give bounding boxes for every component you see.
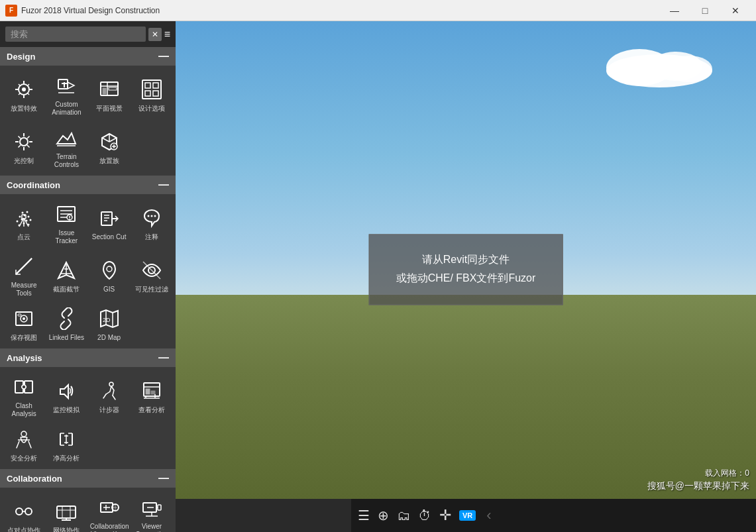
- search-menu-button[interactable]: ≡: [164, 28, 170, 40]
- close-button[interactable]: ✕: [720, 0, 751, 21]
- toolbar-folder-icon[interactable]: 🗂: [397, 508, 410, 523]
- tool-2d-map[interactable]: 2D 2D Map: [88, 301, 131, 346]
- toolbar-list-icon[interactable]: ☰: [358, 507, 370, 523]
- toolbar-move-icon[interactable]: ✛: [439, 507, 451, 524]
- tool-jing-gao-fen-xi[interactable]: 净高分析: [45, 422, 87, 466]
- tool-dian-yun[interactable]: 点云: [3, 197, 45, 249]
- tool-viewer-gen[interactable]: Viewer Generation: [131, 490, 173, 532]
- ke-jian-xing-label: 可见性过滤: [135, 286, 168, 293]
- gis-label: GIS: [103, 286, 115, 293]
- search-input[interactable]: [5, 27, 146, 42]
- bao-cun-shi-tu-icon: [11, 305, 37, 332]
- zhu-shi-icon: [138, 205, 165, 231]
- center-dialog: 请从Revit同步文件 或拖动CHE/ FBX文件到Fuzor: [369, 234, 563, 305]
- svg-point-38: [70, 219, 71, 220]
- tool-fangzhong-texiao[interactable]: 放置特效: [3, 68, 45, 121]
- terrain-controls-icon: [53, 125, 80, 151]
- collaboration-section-label: Collaboration: [7, 474, 62, 484]
- search-clear-button[interactable]: ✕: [148, 28, 162, 41]
- jian-kong-mo-ni-label: 监控模拟: [53, 406, 80, 414]
- analysis-collapse-icon[interactable]: —: [158, 352, 169, 364]
- maximize-button[interactable]: □: [690, 0, 720, 21]
- toolbar-nav-icon[interactable]: ⊕: [378, 507, 389, 523]
- tool-dian-dui-dian[interactable]: 点对点协作: [3, 490, 45, 532]
- measure-tools-icon: [11, 253, 37, 280]
- tool-cha-kan-fen-xi[interactable]: 查看分析: [131, 370, 173, 422]
- svg-point-72: [21, 431, 27, 437]
- tool-guangkong-zhi[interactable]: 光控制: [3, 121, 45, 173]
- an-quan-fen-xi-label: 安全分析: [11, 454, 37, 462]
- tool-gis[interactable]: GIS: [88, 249, 131, 301]
- cloud-1: [573, 41, 706, 81]
- tool-issue-tracker[interactable]: Issue Tracker: [45, 197, 87, 249]
- tool-collab-viewer[interactable]: Collaboration Viewer Keys: [88, 490, 131, 532]
- dian-dui-dian-icon: [11, 498, 37, 525]
- design-collapse-icon[interactable]: —: [158, 50, 169, 62]
- svg-rect-67: [146, 389, 150, 394]
- an-quan-fen-xi-icon: [11, 426, 37, 452]
- collab-viewer-label: Collaboration Viewer Keys: [90, 523, 129, 532]
- dian-yun-label: 点云: [17, 233, 30, 241]
- dialog-line2: 或拖动CHE/ FBX文件到Fuzor: [396, 270, 536, 289]
- collaboration-tools-grid: 点对点协作 网络协作: [0, 488, 176, 532]
- analysis-tools-grid: Clash Analysis 监控模拟: [0, 367, 176, 469]
- svg-point-26: [28, 216, 30, 218]
- tool-measure-tools[interactable]: Measure Tools: [3, 249, 45, 301]
- main-area: ✕ ≡ Design — 放置特效: [0, 21, 756, 532]
- watermark-top: 载入网格：0: [647, 468, 749, 479]
- svg-line-50: [28, 260, 30, 262]
- pingmian-shitu-label: 平面视景: [96, 105, 123, 113]
- tool-ke-jian-xing[interactable]: 可见性过滤: [131, 249, 173, 301]
- svg-point-56: [23, 317, 25, 320]
- custom-animation-icon: [53, 72, 80, 99]
- 2d-map-icon: 2D: [96, 305, 123, 332]
- tool-an-quan-fen-xi[interactable]: 安全分析: [3, 422, 45, 466]
- tool-clash-analysis[interactable]: Clash Analysis: [3, 370, 45, 422]
- coordination-collapse-icon[interactable]: —: [158, 179, 169, 191]
- tool-sheji-xuanxiang[interactable]: 设计选项: [131, 68, 173, 121]
- design-section-header[interactable]: Design —: [0, 47, 176, 66]
- design-section-label: Design: [7, 52, 35, 62]
- toolbar-clock-icon[interactable]: ⏱: [418, 508, 431, 523]
- tool-zhu-shi[interactable]: 注释: [131, 197, 173, 249]
- tool-fang-zu[interactable]: 放置族: [88, 121, 131, 173]
- tool-linked-files[interactable]: Linked Files: [45, 301, 87, 346]
- terrain-controls-label: Terrain Controls: [47, 153, 85, 169]
- collaboration-section-header[interactable]: Collaboration —: [0, 469, 176, 488]
- section-cut-label: Section Cut: [92, 233, 127, 241]
- toolbar-vr-badge[interactable]: VR: [459, 510, 476, 521]
- ji-bu-qi-label: 计步器: [99, 406, 119, 414]
- svg-rect-10: [145, 83, 150, 88]
- tool-pingmian-shitu[interactable]: 平面视景: [88, 68, 131, 121]
- svg-point-14: [20, 138, 28, 146]
- tool-wang-luo-xie-zuo[interactable]: 网络协作: [45, 490, 87, 532]
- svg-line-49: [24, 264, 26, 266]
- jie-mian-label: 截面截节: [53, 286, 80, 293]
- analysis-section-header[interactable]: Analysis —: [0, 348, 176, 367]
- tool-bao-cun-shi-tu[interactable]: 保存视图: [3, 301, 45, 346]
- collab-viewer-icon: [96, 494, 123, 521]
- search-bar: ✕ ≡: [0, 21, 176, 47]
- clash-analysis-icon: [11, 374, 37, 400]
- dian-yun-icon: [11, 205, 37, 231]
- viewer-gen-label: Viewer Generation: [133, 523, 171, 532]
- tool-jian-kong-mo-ni[interactable]: 监控模拟: [45, 370, 87, 422]
- tool-jie-mian[interactable]: 截面截节: [45, 249, 87, 301]
- collaboration-collapse-icon[interactable]: —: [158, 472, 169, 484]
- viewport: 请从Revit同步文件 或拖动CHE/ FBX文件到Fuzor 载入网格：0 搜…: [176, 21, 756, 532]
- tool-ji-bu-qi[interactable]: 计步器: [88, 370, 131, 422]
- svg-rect-68: [151, 391, 155, 394]
- svg-point-24: [19, 216, 21, 218]
- coordination-section-header[interactable]: Coordination —: [0, 176, 176, 194]
- tool-section-cut[interactable]: Section Cut: [88, 197, 131, 249]
- svg-point-1: [22, 87, 26, 91]
- sheji-xuanxiang-label: 设计选项: [138, 105, 165, 113]
- minimize-button[interactable]: —: [659, 0, 690, 21]
- fangzhong-texiao-icon: [11, 76, 37, 103]
- tool-custom-animation[interactable]: Custom Animation: [45, 68, 87, 121]
- tool-terrain-controls[interactable]: Terrain Controls: [45, 121, 87, 173]
- svg-point-28: [27, 211, 28, 213]
- cha-kan-fen-xi-icon: [138, 378, 165, 404]
- app-icon: F: [5, 5, 17, 17]
- svg-line-48: [20, 268, 22, 270]
